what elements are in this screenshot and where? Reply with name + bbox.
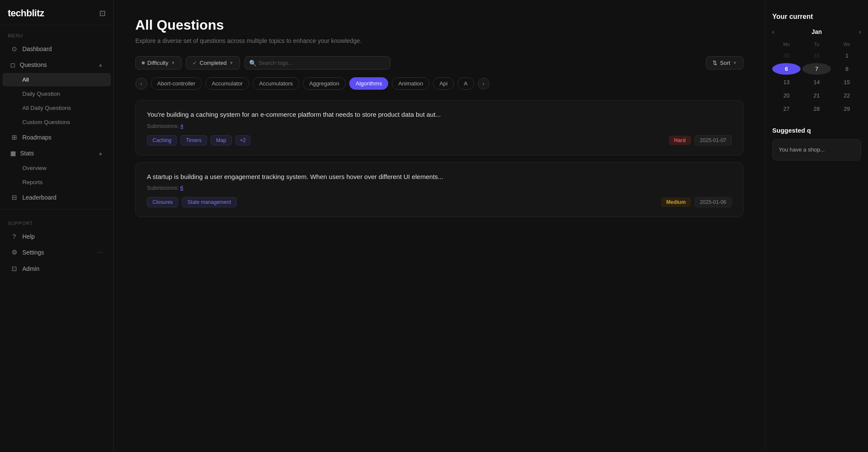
cal-header-we: We: [833, 40, 861, 48]
question-title-2: A startup is building a user engagement …: [147, 172, 732, 182]
cal-day-22[interactable]: 22: [833, 90, 861, 101]
difficulty-filter-button[interactable]: Difficulty ▼: [135, 56, 182, 70]
calendar-day-headers: Mo Tu We: [772, 40, 861, 48]
cal-day-13[interactable]: 13: [772, 76, 801, 88]
date-badge-1: 2025-01-07: [694, 135, 732, 146]
stats-group-label: Stats: [20, 150, 34, 157]
calendar: ‹ Jan › Mo Tu We 30 31 1 6 7 8: [772, 28, 861, 115]
question-card-2[interactable]: A startup is building a user engagement …: [135, 162, 743, 218]
sidebar-item-label: Roadmaps: [22, 134, 52, 141]
tags-prev-button[interactable]: ‹: [135, 78, 147, 90]
main-content: All Questions Explore a diverse set of q…: [114, 0, 765, 452]
difficulty-label: Difficulty: [147, 60, 168, 66]
sidebar-item-all-daily-questions[interactable]: All Daily Questions: [3, 101, 111, 115]
sidebar-item-reports[interactable]: Reports: [3, 176, 111, 189]
tag-chip-caching: Caching: [147, 135, 177, 146]
menu-section-label: Menu: [0, 25, 113, 41]
sidebar-sub-label: All: [22, 76, 29, 83]
tags-row: ‹ Abort-controller Accumulator Accumulat…: [135, 77, 743, 90]
sidebar-item-dashboard[interactable]: ⊙ Dashboard: [3, 41, 111, 57]
search-icon: 🔍: [249, 60, 256, 67]
tag-pill-algorithms[interactable]: Algorithms: [349, 77, 388, 90]
filters-row: Difficulty ▼ ✓ Completed ▼ 🔍 ⇅ Sort ▼: [135, 56, 743, 70]
cal-day-27[interactable]: 27: [772, 103, 801, 115]
sidebar-sub-label: Overview: [22, 165, 46, 171]
completed-filter-button[interactable]: ✓ Completed ▼: [186, 56, 240, 70]
sort-button[interactable]: ⇅ Sort ▼: [706, 56, 743, 70]
question-title-1: You're building a caching system for an …: [147, 110, 732, 120]
cal-day-21[interactable]: 21: [802, 90, 831, 101]
dashboard-icon: ⊙: [10, 45, 18, 53]
sidebar-sub-label: Custom Questions: [22, 119, 70, 125]
tag-pill-accumulators[interactable]: Accumulators: [253, 77, 299, 90]
sort-label: Sort: [720, 60, 730, 66]
questions-group-label: Questions: [20, 61, 47, 68]
cal-week-5: 27 28 29: [772, 103, 861, 115]
chevron-down-icon: ▼: [171, 61, 175, 65]
sidebar-item-daily-question[interactable]: Daily Question: [3, 87, 111, 100]
support-section-label: Support: [0, 213, 113, 228]
cal-day-20[interactable]: 20: [772, 90, 801, 101]
app-logo: techblitz: [8, 8, 44, 19]
sidebar-item-admin[interactable]: ⊡ Admin: [3, 261, 111, 276]
tag-chip-timers: Timers: [180, 135, 207, 146]
submissions-link-1[interactable]: 4: [180, 123, 183, 129]
calendar-month: Jan: [811, 28, 822, 35]
tag-pill-abort-controller[interactable]: Abort-controller: [151, 77, 202, 90]
calendar-grid: Mo Tu We 30 31 1 6 7 8 13 14 15: [772, 40, 861, 115]
questions-icon: ◻: [10, 61, 15, 68]
tags-next-button[interactable]: ›: [478, 78, 490, 90]
tag-pill-animation[interactable]: Animation: [392, 77, 429, 90]
tag-pill-api[interactable]: Api: [433, 77, 454, 90]
sidebar-header: techblitz ⊡: [0, 0, 113, 25]
tag-pill-accumulator[interactable]: Accumulator: [205, 77, 249, 90]
difficulty-badge-2: Medium: [661, 197, 691, 207]
cal-day-28[interactable]: 28: [802, 103, 831, 115]
tag-chip-state-management: State management: [182, 197, 236, 207]
sidebar-item-roadmaps[interactable]: ⊞ Roadmaps: [3, 130, 111, 145]
sidebar-item-settings[interactable]: ⚙ Settings ···: [3, 245, 111, 260]
cal-day-31[interactable]: 31: [802, 50, 831, 61]
question-card-1[interactable]: You're building a caching system for an …: [135, 100, 743, 155]
calendar-next-button[interactable]: ›: [859, 28, 861, 35]
date-badge-2: 2025-01-06: [694, 197, 732, 207]
submissions-link-2[interactable]: 6: [180, 185, 183, 191]
chevron-up-icon: ▲: [98, 62, 103, 68]
settings-icon: ⚙: [10, 249, 18, 256]
stats-icon: ▦: [10, 150, 16, 157]
difficulty-dot-icon: [142, 61, 145, 64]
page-title: All Questions: [135, 17, 743, 33]
sidebar-item-custom-questions[interactable]: Custom Questions: [3, 115, 111, 129]
sidebar-item-label: Admin: [22, 265, 40, 272]
tag-pill-aggregation[interactable]: Aggregation: [303, 77, 346, 90]
settings-more-icon: ···: [97, 249, 103, 256]
sidebar-item-label: Leaderboard: [22, 194, 56, 201]
tag-pill-more[interactable]: A: [457, 77, 474, 90]
calendar-prev-button[interactable]: ‹: [772, 28, 774, 35]
suggested-title: Suggested q: [772, 127, 861, 134]
sidebar-item-help[interactable]: ? Help: [3, 229, 111, 244]
cal-day-15[interactable]: 15: [833, 76, 861, 88]
cal-day-6[interactable]: 6: [772, 63, 801, 75]
search-input[interactable]: [244, 56, 390, 70]
cal-day-29[interactable]: 29: [833, 103, 861, 115]
cal-day-1[interactable]: 1: [833, 50, 861, 61]
sidebar-sub-label: Daily Question: [22, 91, 60, 97]
sidebar: techblitz ⊡ Menu ⊙ Dashboard ◻ Questions…: [0, 0, 114, 452]
cal-day-14[interactable]: 14: [802, 76, 831, 88]
cal-day-7[interactable]: 7: [802, 63, 831, 75]
suggested-card[interactable]: You have a shop...: [772, 139, 861, 161]
sort-icon: ⇅: [713, 60, 717, 66]
sidebar-item-overview[interactable]: Overview: [3, 161, 111, 175]
cal-day-8[interactable]: 8: [833, 63, 861, 75]
search-input-wrap: 🔍: [244, 56, 390, 70]
sidebar-group-stats[interactable]: ▦ Stats ▲: [3, 146, 111, 161]
sidebar-item-all[interactable]: All: [3, 73, 111, 86]
sidebar-item-label: Help: [22, 233, 35, 240]
cal-day-30[interactable]: 30: [772, 50, 801, 61]
sidebar-toggle-icon[interactable]: ⊡: [99, 9, 106, 18]
sidebar-item-leaderboard[interactable]: ⊟ Leaderboard: [3, 190, 111, 205]
suggested-text: You have a shop...: [779, 146, 825, 153]
chevron-down-icon: ▼: [229, 61, 234, 65]
sidebar-group-questions[interactable]: ◻ Questions ▲: [3, 58, 111, 72]
